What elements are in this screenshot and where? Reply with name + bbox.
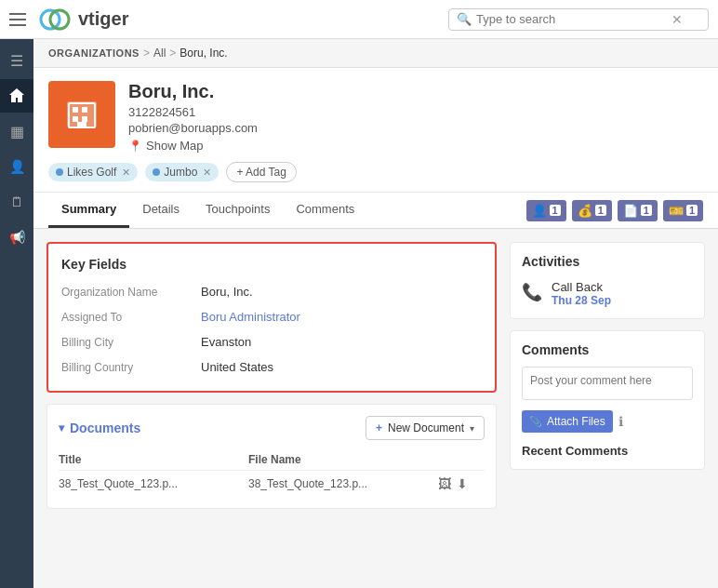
tab-summary[interactable]: Summary — [48, 193, 129, 228]
show-map[interactable]: 📍 Show Map — [128, 139, 703, 153]
right-panel: Activities 📞 Call Back Thu 28 Sep Commen… — [510, 242, 705, 509]
tag-close-2[interactable]: ✕ — [203, 167, 211, 179]
documents-section: ▾ Documents + New Document ▾ Title — [47, 404, 497, 509]
tag-dot-1 — [56, 168, 63, 176]
field-row-billing-city: Billing City Evanston — [61, 335, 482, 349]
attach-label: Attach Files — [547, 415, 605, 428]
search-bar[interactable]: 🔍 ✕ — [448, 8, 709, 31]
doc-filename-cell[interactable]: 38_Test_Quote_123.p... — [248, 471, 438, 498]
comments-title: Comments — [522, 342, 693, 357]
documents-title[interactable]: ▾ Documents — [59, 421, 140, 435]
download-icon[interactable]: ⬇ — [457, 476, 468, 491]
tab-badge-tickets[interactable]: 🎫 1 — [663, 200, 703, 221]
profile-top: Boru, Inc. 3122824561 pobrien@boruapps.c… — [48, 81, 703, 153]
field-label-billing-city: Billing City — [61, 336, 201, 349]
info-icon[interactable]: ℹ — [618, 414, 623, 429]
tag-label-2: Jumbo — [164, 166, 197, 179]
tickets-badge-count: 1 — [686, 205, 698, 216]
sidebar-item-contacts[interactable]: 👤 — [0, 150, 33, 183]
search-clear-icon[interactable]: ✕ — [671, 12, 683, 27]
tab-details[interactable]: Details — [129, 193, 193, 228]
documents-title-text: Documents — [70, 421, 140, 435]
left-column: Key Fields Organization Name Boru, Inc. … — [47, 242, 497, 509]
activity-name: Call Back — [552, 280, 611, 294]
sidebar-item-activities[interactable]: 🗒 — [0, 185, 33, 219]
col-actions — [438, 449, 485, 471]
field-row-assigned-to: Assigned To Boru Administrator — [61, 310, 482, 324]
paperclip-icon: 📎 — [529, 416, 542, 428]
svg-rect-7 — [82, 116, 87, 122]
field-value-assigned-to[interactable]: Boru Administrator — [201, 310, 300, 324]
attach-files-button[interactable]: 📎 Attach Files — [522, 410, 613, 433]
breadcrumb-root[interactable]: ORGANIZATIONS — [48, 47, 140, 59]
tab-touchpoints[interactable]: Touchpoints — [193, 193, 283, 228]
org-email: pobrien@boruapps.com — [128, 121, 703, 135]
col-title: Title — [59, 449, 248, 471]
tag-close-1[interactable]: ✕ — [122, 167, 130, 179]
comment-input[interactable] — [522, 367, 693, 400]
breadcrumb-sep2: > — [169, 47, 176, 60]
field-row-org-name: Organization Name Boru, Inc. — [61, 285, 482, 299]
phone-icon: 📞 — [522, 282, 542, 302]
image-icon[interactable]: 🖼 — [438, 476, 451, 491]
doc-actions-cell: 🖼 ⬇ — [438, 471, 485, 498]
layout: ☰ ▦ 👤 🗒 📢 ORGANIZATIONS > All > Boru, In… — [0, 39, 718, 588]
money-bag-icon: 💰 — [578, 204, 592, 218]
breadcrumb-current: Boru, Inc. — [180, 47, 227, 60]
sidebar-item-org[interactable]: ▦ — [0, 114, 33, 148]
field-row-billing-country: Billing Country United States — [61, 360, 482, 374]
hamburger-menu[interactable] — [9, 9, 30, 30]
documents-header: ▾ Documents + New Document ▾ — [59, 416, 485, 440]
org-info: Boru, Inc. 3122824561 pobrien@boruapps.c… — [128, 81, 703, 153]
tag-dot-2 — [153, 168, 160, 176]
tabs-bar: Summary Details Touchpoints Comments 👤 1… — [33, 193, 718, 229]
attach-row: 📎 Attach Files ℹ — [522, 410, 693, 433]
key-fields-title: Key Fields — [61, 257, 482, 272]
tag-label-1: Likes Golf — [67, 166, 116, 179]
activities-card: Activities 📞 Call Back Thu 28 Sep — [510, 242, 705, 319]
sidebar-item-home[interactable] — [0, 79, 33, 113]
contacts-badge-count: 1 — [550, 205, 561, 216]
breadcrumb-all[interactable]: All — [153, 47, 166, 60]
logo-icon — [39, 8, 73, 31]
tab-badges: 👤 1 💰 1 📄 1 🎫 1 — [526, 200, 704, 221]
col-filename: File Name — [248, 449, 438, 471]
activity-date: Thu 28 Sep — [552, 294, 611, 307]
sidebar: ☰ ▦ 👤 🗒 📢 — [0, 39, 33, 588]
field-value-billing-city: Evanston — [201, 335, 251, 349]
recent-comments-title: Recent Comments — [522, 444, 693, 458]
tag-likes-golf[interactable]: Likes Golf ✕ — [48, 163, 138, 181]
svg-rect-8 — [77, 122, 86, 127]
search-input[interactable] — [476, 12, 671, 26]
top-nav: vtiger 🔍 ✕ — [0, 0, 718, 39]
tab-comments[interactable]: Comments — [283, 193, 367, 228]
pin-icon: 📍 — [128, 140, 142, 153]
tag-jumbo[interactable]: Jumbo ✕ — [145, 163, 219, 181]
key-fields-card: Key Fields Organization Name Boru, Inc. … — [47, 242, 497, 393]
new-document-button[interactable]: + New Document ▾ — [366, 416, 485, 440]
new-document-label: New Document — [388, 421, 464, 434]
activity-item: 📞 Call Back Thu 28 Sep — [522, 280, 693, 307]
sidebar-item-marketing[interactable]: 📢 — [0, 220, 33, 254]
tab-badge-quotes[interactable]: 📄 1 — [618, 200, 658, 221]
field-value-billing-country: United States — [201, 360, 273, 374]
main-content: ORGANIZATIONS > All > Boru, Inc. — [33, 39, 718, 588]
quotes-icon: 📄 — [623, 204, 638, 218]
tags-row: Likes Golf ✕ Jumbo ✕ + Add Tag — [48, 162, 703, 182]
documents-table: Title File Name 38_Test_Quote_123.p... 3… — [59, 449, 485, 497]
activities-title: Activities — [522, 254, 693, 269]
deals-badge-count: 1 — [595, 205, 606, 216]
person-icon: 👤 — [532, 204, 547, 218]
tab-badge-deals[interactable]: 💰 1 — [572, 200, 612, 221]
ticket-icon: 🎫 — [669, 204, 684, 218]
add-tag-button[interactable]: + Add Tag — [226, 162, 297, 182]
org-phone: 3122824561 — [128, 105, 703, 119]
doc-title-cell[interactable]: 38_Test_Quote_123.p... — [59, 471, 248, 498]
logo-text: vtiger — [78, 8, 128, 30]
logo: vtiger — [39, 8, 128, 31]
activity-details: Call Back Thu 28 Sep — [552, 280, 611, 307]
sidebar-item-menu[interactable]: ☰ — [0, 44, 33, 77]
field-value-org-name: Boru, Inc. — [201, 285, 253, 299]
field-label-assigned-to: Assigned To — [61, 311, 201, 324]
tab-badge-contacts[interactable]: 👤 1 — [526, 200, 566, 221]
